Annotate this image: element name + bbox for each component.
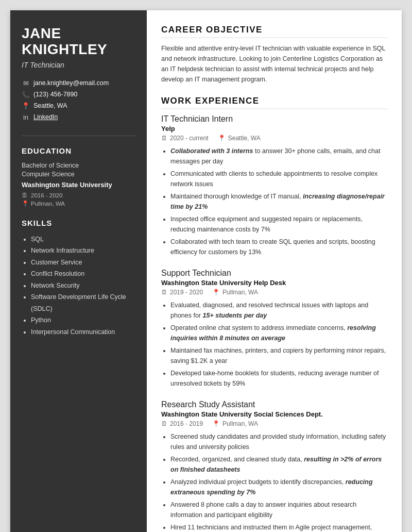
location-contact: 📍 Seattle, WA xyxy=(22,102,136,110)
job-years-3: 2016 - 2019 xyxy=(170,420,203,427)
career-objective-heading: CAREER OBJECTIVE xyxy=(161,25,387,38)
skill-item: Conflict Resolution xyxy=(31,268,136,280)
bullet-1-2: Communicated with clients to schedule ap… xyxy=(170,169,387,189)
job-meta-years-2: 🗓 2019 - 2020 xyxy=(161,289,203,296)
phone-text: (123) 456-7890 xyxy=(33,91,77,98)
job-location-icon-3: 📍 xyxy=(212,420,220,427)
bullet-3-1: Screened study candidates and provided s… xyxy=(170,431,387,452)
job-meta-1: 🗓 2020 - current 📍 Seattle, WA xyxy=(161,135,387,142)
skill-item: Customer Service xyxy=(31,257,136,269)
bullet-3-3: Analyzed individual project budgets to i… xyxy=(170,477,387,497)
job-title-left: IT Technician xyxy=(22,61,136,69)
bullet-3-2: Recorded, organized, and cleaned study d… xyxy=(170,454,387,475)
job-calendar-icon-2: 🗓 xyxy=(161,289,167,296)
bullet-2-3: Maintained fax machines, printers, and c… xyxy=(170,345,387,366)
job-meta-years-1: 🗓 2020 - current xyxy=(161,135,209,142)
job-years-1: 2020 - current xyxy=(170,135,209,142)
job-bullets-2: Evaluated, diagnosed, and resolved techn… xyxy=(161,300,387,389)
work-experience-heading: WORK EXPERIENCE xyxy=(161,96,387,109)
resume-container: JANE KNIGHTLEY IT Technician ✉ jane.knig… xyxy=(10,10,402,532)
job-block-2: Support Technician Washington State Univ… xyxy=(161,269,387,389)
job-calendar-icon-1: 🗓 xyxy=(161,135,167,142)
first-name: JANE xyxy=(22,26,136,42)
job-location-icon-2: 📍 xyxy=(212,289,220,296)
job-years-2: 2019 - 2020 xyxy=(170,289,203,296)
edu-years-text: 2016 - 2020 xyxy=(31,192,62,198)
edu-school: Washington State University xyxy=(22,180,136,190)
job-meta-location-2: 📍 Pullman, WA xyxy=(212,289,258,296)
left-column: JANE KNIGHTLEY IT Technician ✉ jane.knig… xyxy=(10,10,147,532)
job-company-3: Washington State University Social Scien… xyxy=(161,410,387,418)
edu-major: Computer Science xyxy=(22,170,136,179)
job-meta-location-1: 📍 Seattle, WA xyxy=(218,135,261,142)
bullet-2-2: Operated online chat system to address i… xyxy=(170,323,387,343)
email-text: jane.knightley@email.com xyxy=(33,79,109,87)
last-name: KNIGHTLEY xyxy=(22,42,136,58)
left-divider xyxy=(22,136,136,136)
name-block: JANE KNIGHTLEY IT Technician xyxy=(22,26,136,69)
skill-item: Interpersonal Communication xyxy=(31,326,136,338)
job-block-1: IT Technician Intern Yelp 🗓 2020 - curre… xyxy=(161,114,387,257)
linkedin-contact[interactable]: in LinkedIn xyxy=(22,113,136,121)
location-text: Seattle, WA xyxy=(33,102,67,109)
job-location-3: Pullman, WA xyxy=(222,420,258,427)
edu-location-icon: 📍 xyxy=(22,200,29,207)
work-experience-section: WORK EXPERIENCE IT Technician Intern Yel… xyxy=(161,96,387,532)
career-objective-section: CAREER OBJECTIVE Flexible and attentive … xyxy=(161,25,387,85)
bullet-1-1: Collaborated with 3 interns to answer 30… xyxy=(170,146,387,167)
email-icon: ✉ xyxy=(22,79,30,87)
education-heading: EDUCATION xyxy=(22,146,136,155)
job-meta-location-3: 📍 Pullman, WA xyxy=(212,420,258,427)
right-column: CAREER OBJECTIVE Flexible and attentive … xyxy=(147,10,402,532)
bullet-1-3: Maintained thorough knowledge of IT manu… xyxy=(170,191,387,212)
bullet-3-5: Hired 11 technicians and instructed them… xyxy=(170,522,387,532)
skill-item: Network Infrastructure xyxy=(31,245,136,257)
skill-item: Software Development Life Cycle (SDLC) xyxy=(31,291,136,314)
job-bullets-1: Collaborated with 3 interns to answer 30… xyxy=(161,146,387,257)
job-meta-3: 🗓 2016 - 2019 📍 Pullman, WA xyxy=(161,420,387,427)
edu-calendar-icon: 🗓 xyxy=(22,192,28,198)
career-objective-text: Flexible and attentive entry-level IT te… xyxy=(161,43,387,85)
skill-item: Network Security xyxy=(31,280,136,292)
linkedin-link[interactable]: LinkedIn xyxy=(33,113,58,121)
edu-location: 📍 Pullman, WA xyxy=(22,200,136,207)
contact-block: ✉ jane.knightley@email.com 📞 (123) 456-7… xyxy=(22,79,136,121)
job-meta-years-3: 🗓 2016 - 2019 xyxy=(161,420,203,427)
job-block-3: Research Study Assistant Washington Stat… xyxy=(161,400,387,532)
skill-item: Python xyxy=(31,314,136,326)
job-title-2: Support Technician xyxy=(161,269,387,278)
job-company-1: Yelp xyxy=(161,125,387,132)
bullet-2-1: Evaluated, diagnosed, and resolved techn… xyxy=(170,300,387,321)
edu-degree: Bachelor of Science xyxy=(22,161,136,171)
bullet-1-4: Inspected office equipment and suggested… xyxy=(170,214,387,235)
bullet-3-4: Answered 8 phone calls a day to answer i… xyxy=(170,500,387,520)
skills-list: SQL Network Infrastructure Customer Serv… xyxy=(22,234,136,338)
phone-contact: 📞 (123) 456-7890 xyxy=(22,91,136,98)
job-location-2: Pullman, WA xyxy=(222,289,258,296)
job-location-1: Seattle, WA xyxy=(228,135,261,142)
bullet-2-4: Developed take-home booklets for student… xyxy=(170,368,387,389)
job-title-3: Research Study Assistant xyxy=(161,400,387,409)
skills-section: SKILLS SQL Network Infrastructure Custom… xyxy=(22,219,136,338)
skills-heading: SKILLS xyxy=(22,219,136,227)
job-location-icon-1: 📍 xyxy=(218,135,226,142)
job-bullets-3: Screened study candidates and provided s… xyxy=(161,431,387,532)
job-meta-2: 🗓 2019 - 2020 📍 Pullman, WA xyxy=(161,289,387,296)
job-title-1: IT Technician Intern xyxy=(161,114,387,124)
skill-item: SQL xyxy=(31,234,136,245)
bullet-1-5: Collaborated with tech team to create SQ… xyxy=(170,237,387,257)
job-company-2: Washington State University Help Desk xyxy=(161,279,387,287)
location-icon: 📍 xyxy=(22,102,30,110)
linkedin-icon: in xyxy=(22,113,30,121)
phone-icon: 📞 xyxy=(22,91,30,98)
education-section: EDUCATION Bachelor of Science Computer S… xyxy=(22,146,136,207)
edu-years: 🗓 2016 - 2020 xyxy=(22,192,136,198)
email-contact: ✉ jane.knightley@email.com xyxy=(22,79,136,87)
edu-location-text: Pullman, WA xyxy=(31,201,65,207)
job-calendar-icon-3: 🗓 xyxy=(161,420,167,427)
